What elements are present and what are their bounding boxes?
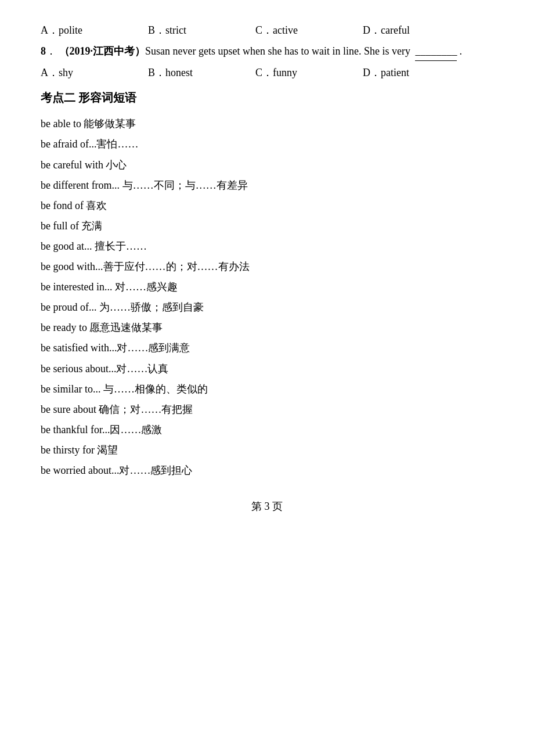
phrase-item: be able to 能够做某事 [41,114,493,134]
phrase-item: be full of 充满 [41,216,493,236]
phrase-item: be good with...善于应付……的；对……有办法 [41,257,493,277]
section-title-2: 考点二 形容词短语 [41,90,493,106]
question-8-blank: ________ [415,42,457,61]
phrase-item: be serious about...对……认真 [41,359,493,379]
phrase-item: be different from... 与……不同；与……有差异 [41,175,493,196]
phrase-item: be interested in... 对……感兴趣 [41,277,493,297]
question-8: 8． （2019·江西中考）Susan never gets upset whe… [41,42,493,80]
phrase-item: be thankful for...因……感激 [41,420,493,440]
page-footer: 第 3 页 [41,499,493,513]
phrase-item: be proud of... 为……骄傲；感到自豪 [41,297,493,318]
phrase-item: be good at... 擅长于…… [41,236,493,257]
phrase-item: be ready to 愿意迅速做某事 [41,318,493,338]
q8-option-a: A．shy [41,66,148,80]
phrase-item: be satisfied with...对……感到满意 [41,338,493,358]
phrase-list: be able to 能够做某事be afraid of...害怕……be ca… [41,114,493,481]
q8-option-c: C．funny [255,66,363,80]
option-c: C．active [255,23,363,37]
phrase-item: be worried about...对……感到担心 [41,460,493,481]
question-8-options: A．shy B．honest C．funny D．patient [41,66,493,80]
option-b: B．strict [148,23,255,37]
phrase-item: be afraid of...害怕…… [41,134,493,154]
phrase-item: be sure about 确信；对……有把握 [41,399,493,420]
phrase-item: be fond of 喜欢 [41,196,493,216]
phrase-item: be thirsty for 渴望 [41,440,493,460]
options-row-1: A．polite B．strict C．active D．careful [41,23,493,37]
q8-option-b: B．honest [148,66,255,80]
option-a: A．polite [41,23,148,37]
question-8-text: 8． （2019·江西中考）Susan never gets upset whe… [41,42,493,61]
q8-option-d: D．patient [363,66,470,80]
phrase-item: be careful with 小心 [41,155,493,175]
option-d: D．careful [363,23,470,37]
phrase-item: be similar to... 与……相像的、类似的 [41,379,493,399]
